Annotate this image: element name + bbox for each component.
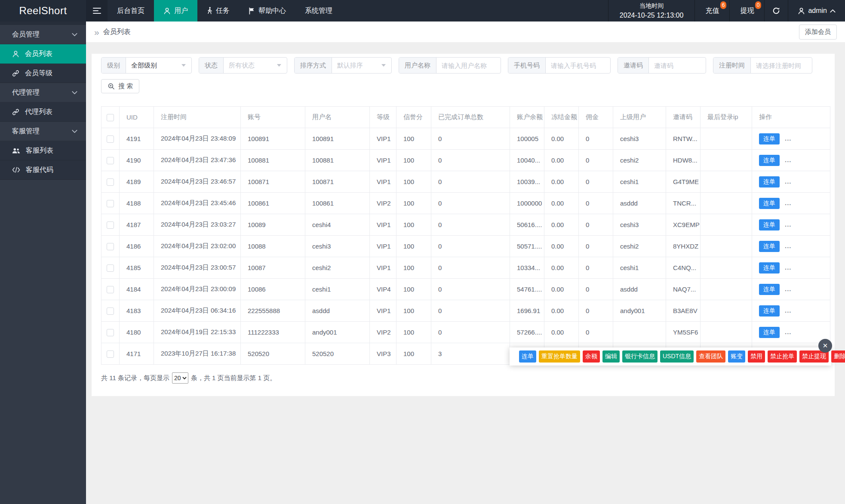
sidebar-group-1[interactable]: 代理管理 [0,83,86,102]
cell-value: 3 [438,350,442,357]
popup-action-button-7[interactable]: 账变 [728,350,745,363]
nav-item-0[interactable]: 后台首页 [108,0,154,22]
row-more-button[interactable]: ... [785,242,792,249]
row-more-button[interactable]: ... [785,264,792,271]
table-cell: 100881 [241,150,305,171]
cell-value: VIP1 [377,264,391,271]
popup-action-button-4[interactable]: 银行卡信息 [622,350,658,363]
col-header-5: 信誉分 [396,107,431,128]
search-icon [108,83,115,90]
add-member-button[interactable]: 添加会员 [799,25,837,40]
sidebar-group-2[interactable]: 客服管理 [0,122,86,141]
row-more-button[interactable]: ... [785,307,792,314]
filter-phone-input[interactable] [551,62,605,69]
filter-username-input[interactable] [442,62,495,69]
filter-level-select[interactable]: 全部级别 [126,58,191,73]
cell-value: RNTW... [673,135,698,142]
user-menu[interactable]: admin [788,0,845,22]
withdraw-nav-item[interactable]: 提现 0 [730,0,765,22]
popup-action-button-3[interactable]: 编辑 [602,350,620,363]
row-checkbox[interactable] [107,157,114,164]
popup-close-button[interactable]: ✕ [818,339,832,353]
col-header-7: 账户余额 [510,107,544,128]
nav-item-2[interactable]: 任务 [197,0,239,22]
liandan-button[interactable]: 连单 [759,133,780,144]
recharge-nav-item[interactable]: 充值 6 [695,0,730,22]
row-checkbox[interactable] [107,286,114,293]
row-checkbox[interactable] [107,307,114,315]
filter-invite-code-input[interactable] [654,62,701,69]
row-more-button[interactable]: ... [785,285,792,292]
liandan-button[interactable]: 连单 [759,284,780,295]
search-button[interactable]: 搜 索 [101,79,139,93]
popup-action-button-0[interactable]: 连单 [519,350,536,363]
sidebar-item-2-0[interactable]: 客服列表 [0,141,86,160]
row-more-button[interactable]: ... [785,221,792,228]
liandan-button[interactable]: 连单 [759,305,780,317]
liandan-button[interactable]: 连单 [759,262,780,274]
row-checkbox[interactable] [107,221,114,229]
row-checkbox[interactable] [107,200,114,207]
table-cell: 10086 [241,279,305,300]
popup-action-button-1[interactable]: 重置抢单数量 [539,350,580,363]
liandan-button[interactable]: 连单 [759,219,780,230]
nav-item-3[interactable]: 帮助中心 [239,0,295,22]
nav-item-1[interactable]: 用户 [154,0,197,22]
liandan-button[interactable]: 连单 [759,155,780,166]
table-cell: 100861 [241,193,305,214]
row-checkbox[interactable] [107,178,114,186]
cell-value: 100 [403,264,414,271]
filter-sort: 排序方式默认排序 [294,57,392,74]
row-more-button[interactable]: ... [785,328,792,335]
nav-item-4[interactable]: 系统管理 [295,0,342,22]
filter-status-select[interactable]: 所有状态 [224,58,287,73]
caret-down-icon [277,64,282,67]
row-checkbox[interactable] [107,350,114,358]
popup-action-button-6[interactable]: 查看团队 [696,350,725,363]
popup-action-button-5[interactable]: USDT信息 [660,350,694,363]
select-all-checkbox[interactable] [107,114,114,121]
sidebar-item-0-1[interactable]: 会员等级 [0,64,86,83]
table-cell: andy001 [613,300,666,322]
caret-down-icon [381,64,386,67]
walk-icon [207,7,212,15]
filter-sort-select[interactable]: 默认排序 [332,58,391,73]
sidebar-item-0-0[interactable]: 会员列表 [0,44,86,64]
row-more-button[interactable]: ... [785,199,792,206]
col-header-12: 最后登录ip [701,107,752,128]
table-cell: RNTW... [666,128,701,150]
table-cell: 4171 [120,343,154,365]
page-size-select[interactable]: 20 [172,372,188,384]
liandan-button[interactable]: 连单 [759,327,780,338]
cell-value: 0 [438,178,442,185]
cell-value: 0 [586,243,589,250]
row-checkbox[interactable] [107,329,114,336]
popup-action-button-8[interactable]: 禁用 [748,350,765,363]
row-more-button[interactable]: ... [785,135,792,142]
popup-action-button-11[interactable]: 删除 [831,350,845,363]
link-icon [12,70,19,77]
popup-action-button-2[interactable]: 余额 [583,350,600,363]
cell-value: 111222333 [248,329,279,336]
sidebar-toggle-button[interactable] [86,0,108,22]
filter-reg-time-input[interactable] [756,62,807,69]
row-checkbox[interactable] [107,243,114,250]
cell-value: 10086 [248,286,266,293]
row-checkbox[interactable] [107,264,114,272]
table-cell: 100871 [305,171,370,193]
sidebar-item-1-0[interactable]: 代理列表 [0,102,86,122]
table-cell: 0.00 [544,128,579,150]
row-more-button[interactable]: ... [785,156,792,163]
liandan-button[interactable]: 连单 [759,241,780,252]
refresh-icon[interactable] [765,0,788,22]
liandan-button[interactable]: 连单 [759,198,780,209]
sidebar-item-2-1[interactable]: 客服代码 [0,160,86,180]
row-checkbox[interactable] [107,135,114,143]
row-more-button[interactable]: ... [785,178,792,185]
popup-action-button-9[interactable]: 禁止抢单 [768,350,797,363]
recharge-badge: 6 [720,1,727,9]
sidebar-group-0[interactable]: 会员管理 [0,25,86,44]
cell-value: VIP2 [377,200,391,207]
cell-value: ceshi4 [312,221,331,228]
liandan-button[interactable]: 连单 [759,176,780,187]
